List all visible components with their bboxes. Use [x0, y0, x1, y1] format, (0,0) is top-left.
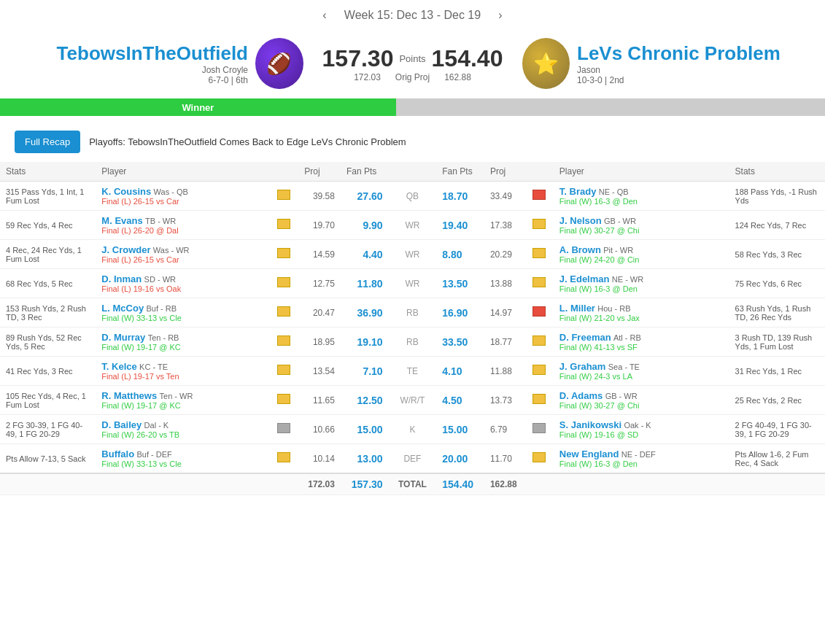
table-header-row: Stats Player Proj Fan Pts Fan Pts Proj P… — [0, 162, 825, 182]
stat-left-9: Pts Allow 7-13, 5 Sack — [0, 444, 96, 474]
table-row: 41 Rec Yds, 3 Rec T. Kelce KC - TE Final… — [0, 357, 825, 386]
proj-right-7: 13.73 — [484, 386, 527, 415]
icon-left-9 — [271, 444, 298, 474]
proj-left-5: 18.95 — [298, 327, 341, 357]
proj-right-5: 18.77 — [484, 327, 527, 357]
fanpts-right-3: 13.50 — [436, 269, 484, 298]
stat-left-7: 105 Rec Yds, 4 Rec, 1 Fum Lost — [0, 386, 96, 415]
icon-right-5 — [527, 327, 554, 357]
fanpts-right-5: 33.50 — [436, 327, 484, 357]
pos-6: TE — [389, 357, 437, 386]
player-right-2: A. Brown Pit - WR Final (W) 24-20 @ Cin — [554, 240, 729, 269]
icon-right-9 — [527, 444, 554, 474]
icon-left-5 — [271, 327, 298, 357]
stat-left-1: 59 Rec Yds, 4 Rec — [0, 211, 96, 240]
pos-1: WR — [389, 211, 437, 240]
proj-left-9: 10.14 — [298, 444, 341, 474]
fanpts-right-2: 8.80 — [436, 240, 484, 269]
proj-left-6: 13.54 — [298, 357, 341, 386]
stat-right-0: 188 Pass Yds, -1 Rush Yds — [729, 182, 825, 211]
table-row: Pts Allow 7-13, 5 Sack Buffalo Buf - DEF… — [0, 444, 825, 474]
stat-left-2: 4 Rec, 24 Rec Yds, 1 Fum Lost — [0, 240, 96, 269]
left-helmet: 🏈 — [255, 38, 303, 89]
pos-9: DEF — [389, 444, 437, 474]
proj-left-7: 11.65 — [298, 386, 341, 415]
icon-left-0 — [271, 182, 298, 211]
stat-left-8: 2 FG 30-39, 1 FG 40-49, 1 FG 20-29 — [0, 415, 96, 444]
pos-8: K — [389, 415, 437, 444]
stat-left-4: 153 Rush Yds, 2 Rush TD, 3 Rec — [0, 298, 96, 327]
th-fanpts-right: Fan Pts — [436, 162, 484, 182]
player-left-8: D. Bailey Dal - K Final (W) 26-20 vs TB — [96, 415, 271, 444]
winner-bar: Winner — [0, 98, 825, 116]
stat-right-7: 25 Rec Yds, 2 Rec — [729, 386, 825, 415]
stat-left-0: 315 Pass Yds, 1 Int, 1 Fum Lost — [0, 182, 96, 211]
icon-right-2 — [527, 240, 554, 269]
fanpts-left-6: 7.10 — [341, 357, 389, 386]
total-empty-6 — [729, 473, 825, 495]
player-right-4: L. Miller Hou - RB Final (W) 21-20 vs Ja… — [554, 298, 729, 327]
total-proj-left: 172.03 — [298, 473, 341, 495]
full-recap-button[interactable]: Full Recap — [15, 131, 80, 153]
right-team: LeVs Chronic Problem Jason 10-3-0 | 2nd — [577, 42, 810, 85]
stat-right-1: 124 Rec Yds, 7 Rec — [729, 211, 825, 240]
player-left-3: D. Inman SD - WR Final (L) 19-16 vs Oak — [96, 269, 271, 298]
fanpts-right-6: 4.10 — [436, 357, 484, 386]
right-helmet: ⭐ — [522, 38, 570, 89]
th-player-right: Player — [554, 162, 729, 182]
total-label: TOTAL — [389, 473, 437, 495]
fanpts-left-8: 15.00 — [341, 415, 389, 444]
pos-3: WR — [389, 269, 437, 298]
player-right-0: T. Brady NE - QB Final (W) 16-3 @ Den — [554, 182, 729, 211]
fanpts-right-4: 16.90 — [436, 298, 484, 327]
pos-5: RB — [389, 327, 437, 357]
fanpts-right-9: 20.00 — [436, 444, 484, 474]
icon-right-1 — [527, 211, 554, 240]
left-team-manager: Josh Croyle — [202, 65, 248, 75]
proj-right-2: 20.29 — [484, 240, 527, 269]
icon-right-6 — [527, 357, 554, 386]
fanpts-right-1: 19.40 — [436, 211, 484, 240]
th-proj-left: Proj — [298, 162, 341, 182]
pos-7: W/R/T — [389, 386, 437, 415]
recap-row: Full Recap Playoffs: TebowsInTheOutfield… — [0, 122, 825, 162]
icon-left-6 — [271, 357, 298, 386]
stat-right-4: 63 Rush Yds, 1 Rush TD, 26 Rec Yds — [729, 298, 825, 327]
proj-left-0: 39.58 — [298, 182, 341, 211]
pos-0: QB — [389, 182, 437, 211]
th-stats-left: Stats — [0, 162, 96, 182]
points-label: Points — [399, 53, 425, 64]
table-row: 153 Rush Yds, 2 Rush TD, 3 Rec L. McCoy … — [0, 298, 825, 327]
total-empty-3 — [271, 473, 298, 495]
stat-left-6: 41 Rec Yds, 3 Rec — [0, 357, 96, 386]
left-team-name[interactable]: TebowsInTheOutfield — [57, 42, 248, 65]
fanpts-left-2: 4.40 — [341, 240, 389, 269]
proj-right-1: 17.38 — [484, 211, 527, 240]
icon-left-7 — [271, 386, 298, 415]
stat-right-9: Pts Allow 1-6, 2 Fum Rec, 4 Sack — [729, 444, 825, 474]
total-fanpts-right: 154.40 — [436, 473, 484, 495]
fanpts-left-3: 11.80 — [341, 269, 389, 298]
player-right-7: D. Adams GB - WR Final (W) 30-27 @ Chi — [554, 386, 729, 415]
table-row: 105 Rec Yds, 4 Rec, 1 Fum Lost R. Matthe… — [0, 386, 825, 415]
left-score: 157.30 — [322, 45, 394, 72]
total-proj-right: 162.88 — [484, 473, 527, 495]
stat-right-2: 58 Rec Yds, 3 Rec — [729, 240, 825, 269]
next-week-btn[interactable]: › — [498, 9, 502, 21]
prev-week-btn[interactable]: ‹ — [322, 9, 326, 21]
fanpts-left-1: 9.90 — [341, 211, 389, 240]
proj-right-3: 13.88 — [484, 269, 527, 298]
fanpts-left-4: 36.90 — [341, 298, 389, 327]
player-left-0: K. Cousins Was - QB Final (L) 26-15 vs C… — [96, 182, 271, 211]
orig-proj-label: Orig Proj — [395, 72, 430, 82]
total-empty-4 — [527, 473, 554, 495]
right-team-name[interactable]: LeVs Chronic Problem — [577, 42, 781, 65]
th-pos — [389, 162, 437, 182]
matchup-table: Stats Player Proj Fan Pts Fan Pts Proj P… — [0, 162, 825, 495]
table-row: 2 FG 30-39, 1 FG 40-49, 1 FG 20-29 D. Ba… — [0, 415, 825, 444]
fanpts-left-7: 12.50 — [341, 386, 389, 415]
pos-4: RB — [389, 298, 437, 327]
right-team-record: 10-3-0 | 2nd — [577, 75, 624, 85]
winner-bar-right — [396, 98, 825, 116]
stat-left-5: 89 Rush Yds, 52 Rec Yds, 5 Rec — [0, 327, 96, 357]
